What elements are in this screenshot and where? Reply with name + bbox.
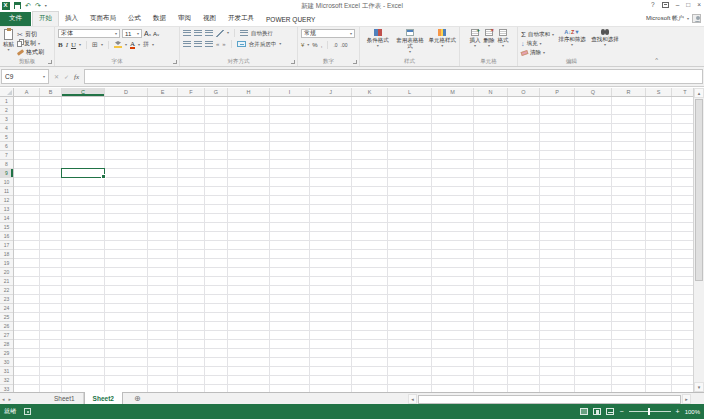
account-area[interactable]: Microsoft 帐户 ▾ [646, 14, 701, 23]
align-bottom-icon[interactable] [205, 30, 213, 36]
tab-review[interactable]: 审阅 [172, 12, 197, 26]
row-header-15[interactable]: 15 [0, 223, 13, 232]
excel-logo-icon[interactable] [2, 2, 10, 10]
scroll-left-icon[interactable]: ◂ [408, 394, 417, 404]
sheet-tab-sheet1[interactable]: Sheet1 [46, 393, 84, 404]
zoom-out-icon[interactable]: − [619, 408, 623, 415]
column-header-P[interactable]: P [540, 88, 575, 96]
enter-icon[interactable]: ✓ [64, 73, 69, 80]
save-icon[interactable] [14, 2, 21, 9]
row-header-25[interactable]: 25 [0, 313, 13, 322]
column-header-K[interactable]: K [352, 88, 388, 96]
selected-cell-C9[interactable] [61, 168, 105, 178]
fill-color-button[interactable] [114, 41, 122, 48]
row-header-26[interactable]: 26 [0, 322, 13, 331]
row-header-13[interactable]: 13 [0, 205, 13, 214]
format-painter-button[interactable]: 格式刷 [17, 48, 44, 57]
cancel-icon[interactable]: ✕ [54, 73, 59, 80]
row-header-27[interactable]: 27 [0, 331, 13, 340]
collapse-ribbon-icon[interactable]: ^ [655, 57, 658, 63]
scroll-up-icon[interactable]: ▴ [694, 88, 704, 98]
new-sheet-button[interactable]: ⊕ [134, 394, 141, 404]
row-header-16[interactable]: 16 [0, 232, 13, 241]
grid-body[interactable] [14, 97, 693, 392]
fill-button[interactable]: ↓填充▾ [521, 39, 554, 48]
merge-center-label[interactable]: 合并后居中 [249, 41, 277, 48]
vertical-scrollbar[interactable]: ▴ ▾ [693, 88, 704, 392]
column-header-O[interactable]: O [508, 88, 540, 96]
column-header-R[interactable]: R [612, 88, 646, 96]
font-size-combo[interactable]: 11▾ [122, 29, 142, 38]
align-left-icon[interactable] [183, 41, 191, 47]
orientation-icon[interactable] [216, 30, 224, 37]
increase-indent-icon[interactable]: » [222, 41, 225, 47]
insert-cells-button[interactable]: + 插入 ▾ [470, 29, 481, 48]
align-center-icon[interactable] [194, 41, 202, 47]
zoom-slider[interactable] [629, 411, 671, 412]
row-header-20[interactable]: 20 [0, 268, 13, 277]
page-layout-view-icon[interactable] [593, 408, 601, 415]
row-header-32[interactable]: 32 [0, 376, 13, 385]
accounting-format-icon[interactable]: ¥ [301, 42, 304, 48]
help-button[interactable]: ? [651, 1, 655, 8]
row-header-18[interactable]: 18 [0, 250, 13, 259]
column-header-Q[interactable]: Q [575, 88, 612, 96]
worksheet-grid[interactable]: ABCDEFGHIJKLMNOPQRST 1234567891011121314… [0, 88, 693, 392]
page-break-view-icon[interactable] [606, 408, 614, 415]
find-select-button[interactable]: 查找和选择 ▾ [590, 29, 620, 57]
row-header-28[interactable]: 28 [0, 340, 13, 349]
font-color-button[interactable]: A [130, 41, 135, 49]
underline-button[interactable]: U [71, 41, 76, 49]
customize-qat-icon[interactable]: ▾ [45, 3, 47, 8]
comma-style-icon[interactable]: , [321, 42, 323, 48]
row-header-12[interactable]: 12 [0, 196, 13, 205]
tab-home[interactable]: 开始 [32, 11, 59, 26]
dialog-launcher-alignment[interactable] [291, 60, 295, 64]
autosum-button[interactable]: Σ自动求和▾ [521, 30, 554, 39]
row-header-31[interactable]: 31 [0, 367, 13, 376]
tab-power-query[interactable]: POWER QUERY [260, 14, 321, 26]
vertical-scrollbar-thumb[interactable] [695, 99, 703, 281]
column-header-B[interactable]: B [40, 88, 62, 96]
row-header-1[interactable]: 1 [0, 97, 13, 106]
shrink-font-button[interactable]: A˅ [153, 31, 159, 37]
row-header-6[interactable]: 6 [0, 142, 13, 151]
wrap-text-icon[interactable] [240, 30, 248, 36]
bold-button[interactable]: B [58, 41, 63, 49]
zoom-level[interactable]: 100% [685, 409, 700, 415]
dialog-launcher-font[interactable] [173, 60, 177, 64]
tab-data[interactable]: 数据 [147, 12, 172, 26]
column-header-N[interactable]: N [474, 88, 508, 96]
row-header-22[interactable]: 22 [0, 286, 13, 295]
cell-styles-button[interactable]: 单元格样式 ▾ [428, 29, 457, 54]
number-format-combo[interactable]: 常规▾ [301, 29, 355, 38]
formula-input[interactable] [84, 69, 703, 84]
dialog-launcher-clipboard[interactable] [48, 60, 52, 64]
row-header-33[interactable]: 33 [0, 385, 13, 392]
sheet-nav-right-icon[interactable]: ▸ [9, 396, 12, 402]
horizontal-scrollbar-thumb[interactable] [418, 395, 681, 404]
copy-button[interactable]: 复制▾ [17, 39, 44, 48]
column-header-D[interactable]: D [105, 88, 148, 96]
merge-center-icon[interactable] [237, 41, 246, 47]
sheet-nav-left-icon[interactable]: ◂ [2, 396, 5, 402]
row-header-5[interactable]: 5 [0, 133, 13, 142]
select-all-corner[interactable] [0, 88, 14, 97]
dialog-launcher-number[interactable] [353, 60, 357, 64]
borders-button[interactable]: ⊞ [92, 41, 98, 48]
row-header-23[interactable]: 23 [0, 295, 13, 304]
row-header-24[interactable]: 24 [0, 304, 13, 313]
scroll-down-icon[interactable]: ▾ [694, 382, 704, 392]
column-header-M[interactable]: M [432, 88, 474, 96]
conditional-formatting-button[interactable]: 条件格式 ▾ [363, 29, 392, 54]
paste-button[interactable]: 粘贴 ▾ [3, 29, 14, 57]
redo-icon[interactable]: ↷ [35, 2, 41, 10]
row-header-9[interactable]: 9 [0, 169, 13, 178]
name-box[interactable]: C9 ▾ [1, 69, 49, 84]
row-header-10[interactable]: 10 [0, 178, 13, 187]
zoom-slider-thumb[interactable] [648, 408, 651, 415]
column-header-C[interactable]: C [62, 88, 105, 96]
column-header-T[interactable]: T [672, 88, 693, 96]
ribbon-display-options-icon[interactable] [662, 2, 669, 8]
tab-page-layout[interactable]: 页面布局 [84, 12, 122, 26]
